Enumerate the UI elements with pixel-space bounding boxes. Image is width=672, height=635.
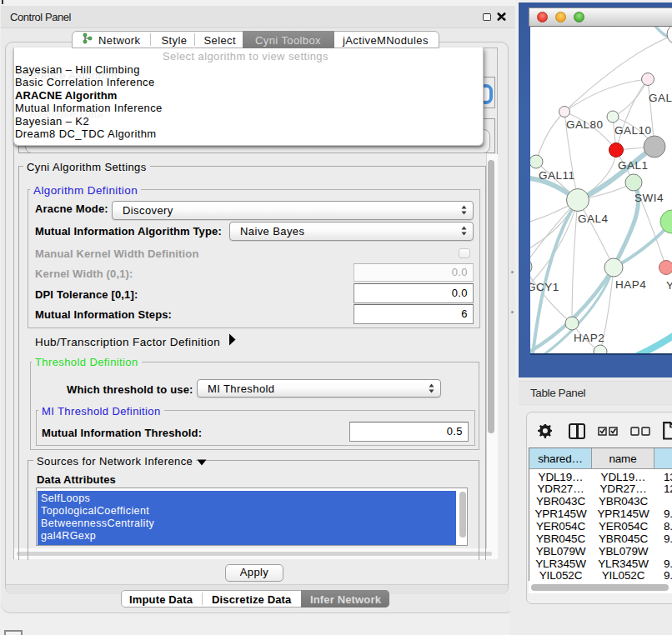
svg-text:GAL4: GAL4 — [578, 212, 609, 225]
svg-text:SWI4: SWI4 — [634, 192, 664, 204]
svg-text:GAL80: GAL80 — [566, 118, 604, 131]
svg-text:YD: YD — [666, 279, 672, 292]
svg-text:GAL2: GAL2 — [649, 92, 672, 104]
svg-text:HAP2: HAP2 — [574, 332, 604, 344]
svg-text:GCY1: GCY1 — [530, 281, 559, 293]
svg-text:GAL1: GAL1 — [618, 159, 649, 172]
svg-text:GAL10: GAL10 — [614, 124, 652, 137]
svg-text:HAP4: HAP4 — [615, 278, 646, 291]
svg-text:GAL11: GAL11 — [539, 169, 575, 182]
